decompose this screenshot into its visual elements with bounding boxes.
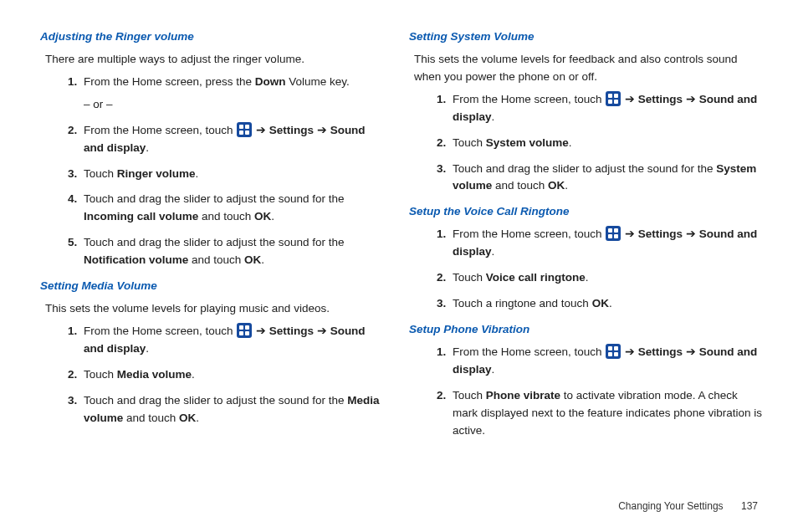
step-bold: Incoming call volume <box>84 210 198 223</box>
heading-setting-media-volume: Setting Media Volume <box>40 278 386 295</box>
step-text: . <box>271 210 274 223</box>
list-item: Touch System volume. <box>449 135 765 152</box>
list-item: Touch and drag the slider to adjust the … <box>80 392 386 427</box>
list-item: From the Home screen, touch ➔ Settings ➔… <box>80 323 386 358</box>
step-text: . <box>196 412 199 424</box>
steps-list: From the Home screen, touch ➔ Settings ➔… <box>409 344 765 440</box>
step-text: Touch <box>84 167 117 180</box>
step-text: . <box>586 271 589 284</box>
step-text: . <box>146 141 149 154</box>
step-bold: Settings <box>638 93 683 105</box>
steps-list: From the Home screen, press the Down Vol… <box>40 74 386 269</box>
step-text: ➔ <box>683 345 699 358</box>
step-text: . <box>565 179 568 192</box>
step-text: ➔ <box>622 228 638 240</box>
step-text: Touch <box>84 368 117 381</box>
step-bold: OK <box>592 297 609 309</box>
step-text: and touch <box>188 253 244 266</box>
step-text: . <box>146 342 149 355</box>
list-item: Touch Media volume. <box>80 366 386 384</box>
step-text: From the Home screen, touch <box>453 93 605 105</box>
apps-icon <box>606 344 621 359</box>
chapter-title: Changing Your Settings <box>618 500 723 512</box>
step-text: . <box>609 297 612 309</box>
list-item: Touch Ringer volume. <box>80 166 386 183</box>
step-text: . <box>192 368 195 381</box>
step-text: ➔ <box>622 93 638 105</box>
heading-adjusting-ringer: Adjusting the Ringer volume <box>40 28 386 46</box>
intro-text: This sets the volume levels for playing … <box>45 300 386 318</box>
step-bold: System volume <box>486 136 569 149</box>
step-bold: Phone vibrate <box>486 389 560 402</box>
step-text: . <box>196 167 199 180</box>
step-text: Touch <box>453 136 486 149</box>
step-or: – or – <box>84 96 386 114</box>
step-text: Touch and drag the slider to adjust the … <box>84 236 344 248</box>
apps-icon <box>237 323 252 338</box>
step-text: and touch <box>492 179 548 192</box>
step-text: ➔ <box>314 124 330 136</box>
heading-phone-vibration: Setup Phone Vibration <box>409 321 765 339</box>
list-item: From the Home screen, touch ➔ Settings ➔… <box>80 122 386 157</box>
step-bold: OK <box>254 210 271 223</box>
list-item: Touch and drag the slider to adjust the … <box>449 161 765 196</box>
apps-icon <box>606 91 621 106</box>
step-text: Touch <box>453 389 486 402</box>
step-text: From the Home screen, touch <box>453 228 605 240</box>
apps-icon <box>606 226 621 241</box>
step-text: ➔ <box>622 345 638 358</box>
step-text: ➔ <box>253 124 269 136</box>
step-text: From the Home screen, touch <box>453 345 605 358</box>
steps-list: From the Home screen, touch ➔ Settings ➔… <box>40 323 386 427</box>
steps-list: From the Home screen, touch ➔ Settings ➔… <box>409 226 765 313</box>
step-text: ➔ <box>683 228 699 240</box>
step-text: Touch and drag the slider to adjust the … <box>84 192 344 205</box>
list-item: From the Home screen, touch ➔ Settings ➔… <box>449 91 765 126</box>
heading-setting-system-volume: Setting System Volume <box>409 28 765 46</box>
step-bold: Down <box>255 75 286 88</box>
list-item: Touch a ringtone and touch OK. <box>449 295 765 313</box>
step-text: ➔ <box>253 325 269 337</box>
heading-voice-call-ringtone: Setup the Voice Call Ringtone <box>409 203 765 221</box>
list-item: From the Home screen, touch ➔ Settings ➔… <box>449 226 765 261</box>
step-bold: OK <box>179 412 196 424</box>
intro-text: This sets the volume levels for feedback… <box>414 51 765 86</box>
step-text: . <box>492 110 495 123</box>
step-text: Touch and drag the slider to adjust the … <box>84 394 347 407</box>
step-text: ➔ <box>683 93 699 105</box>
list-item: Touch and drag the slider to adjust the … <box>80 191 386 226</box>
step-text: Touch a ringtone and touch <box>453 297 592 309</box>
step-bold: Ringer volume <box>117 167 196 180</box>
step-text: From the Home screen, touch <box>84 325 236 337</box>
step-bold: Voice call ringtone <box>486 271 586 284</box>
step-bold: Media volume <box>117 368 192 381</box>
step-text: ➔ <box>314 325 330 337</box>
step-bold: Settings <box>269 325 314 337</box>
page-number: 137 <box>741 500 758 512</box>
step-text: Volume key. <box>286 75 350 88</box>
right-column: Setting System Volume This sets the volu… <box>402 25 765 524</box>
step-text: . <box>492 363 495 376</box>
step-bold: Settings <box>638 228 683 240</box>
step-text: From the Home screen, press the <box>84 75 255 88</box>
step-text: and touch <box>123 412 179 424</box>
steps-list: From the Home screen, touch ➔ Settings ➔… <box>409 91 765 196</box>
step-bold: Notification volume <box>84 253 188 266</box>
step-text: Touch <box>453 271 486 284</box>
step-text: . <box>261 253 264 266</box>
left-column: Adjusting the Ringer volume There are mu… <box>40 25 402 524</box>
list-item: Touch Phone vibrate to activate vibratio… <box>449 387 765 440</box>
step-text: From the Home screen, touch <box>84 124 236 136</box>
step-text: Touch and drag the slider to adjust the … <box>453 162 716 175</box>
step-bold: Settings <box>269 124 314 136</box>
step-text: . <box>569 136 572 149</box>
step-bold: OK <box>244 253 261 266</box>
list-item: From the Home screen, press the Down Vol… <box>80 74 386 114</box>
step-bold: OK <box>548 179 565 192</box>
page: Adjusting the Ringer volume There are mu… <box>0 0 798 532</box>
step-bold: Settings <box>638 345 683 358</box>
step-text: and touch <box>198 210 254 223</box>
list-item: Touch and drag the slider to adjust the … <box>80 234 386 269</box>
page-footer: Changing Your Settings 137 <box>618 500 758 512</box>
list-item: From the Home screen, touch ➔ Settings ➔… <box>449 344 765 379</box>
